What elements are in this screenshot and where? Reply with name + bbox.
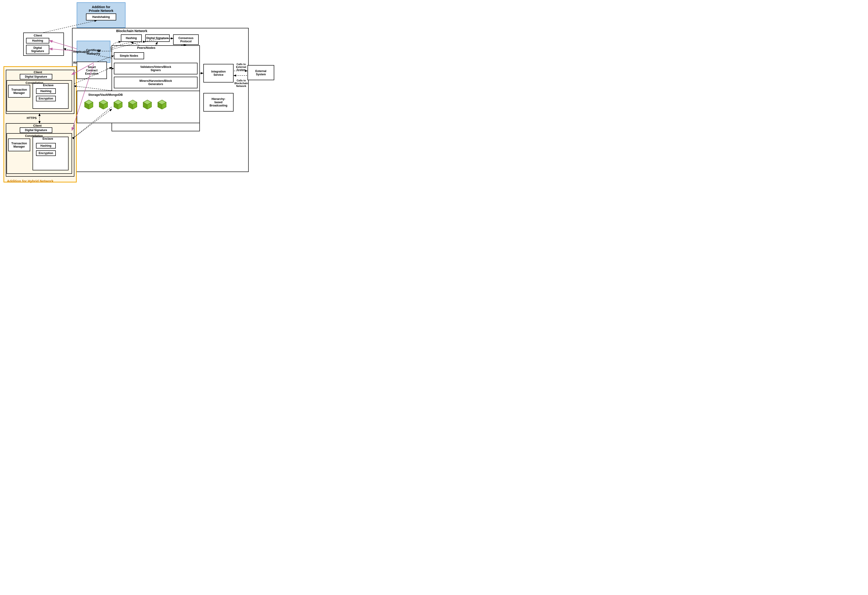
cube-icon-3 [113,99,123,109]
client-hybrid-top-digsig-label: Digital Signature [25,75,47,78]
client-top-label: Client [34,34,42,37]
hybrid-network-label: Addition for Hybrid Network [7,179,53,183]
bn-hashing-box: Hashing [121,34,142,42]
validators-box: Validators/Voters/Block Signers [114,63,198,74]
enclave-top-hashing-label: Hashing [40,90,52,93]
txmgr-bottom-box: Transaction Manager [8,139,30,151]
client-top-hashing-label: Hashing [32,39,43,42]
calls-blockchain-label: Calls to Blockchain Network [234,79,248,87]
enclave-top-encryption-label: Encryption [38,97,53,100]
integration-service-box: Integration Service [203,64,233,83]
bn-hashing-label: Hashing [126,37,137,40]
blockchain-network-label: Blockchain Network [116,29,147,33]
txmgr-bottom-label: Transaction Manager [11,142,27,148]
client-top-hashing-box: Hashing [26,38,49,43]
peers-nodes-label: Peers/Nodes [137,46,155,50]
smart-contract-label: Smart Contract Execution [85,65,98,75]
enclave-bottom-encryption-label: Encryption [38,152,53,155]
diagram-container: Addition for Private Network Handshaking… [0,0,279,190]
enclave-bottom-hashing-box: Hashing [36,143,56,149]
cube-icon-4 [128,99,138,109]
client-top-digsig-label: Digital Signature [31,46,44,53]
bn-consensus-label: Consensus Protocol [179,37,193,43]
external-system-label: External System [255,69,266,76]
validators-label: Validators/Voters/Block Signers [140,65,171,72]
enclave-bottom-encryption-box: Encryption [36,151,56,156]
cube-icon-6 [157,99,167,109]
cube-icon-1 [84,99,94,109]
enclave-bottom-label: Enclave [43,137,53,140]
enclave-bottom-hashing-label: Hashing [40,144,52,148]
handshaking-label: Handshaking [92,15,110,19]
bn-consensus-box: Consensus Protocol [173,34,199,45]
cube-icon-2 [98,99,109,109]
txmgr-top-box: Transaction Manager [8,85,30,97]
cube-icon-5 [142,99,153,109]
smart-contract-box: Smart Contract Execution [77,62,107,79]
client-hybrid-bottom-label: Client [33,124,41,127]
bn-digsig-box: Digital Signature [145,34,170,42]
enclave-top-hashing-box: Hashing [36,88,56,94]
client-hybrid-bottom-digsig-box: Digital Signature [20,127,52,133]
handshaking-box: Handshaking [86,13,116,21]
simple-nodes-label: Simple Nodes [120,54,138,58]
client-top-digsig-box: Digital Signature [26,45,49,54]
https-label: HTTPS [27,116,37,120]
hierarchy-box: Hierarchy- based Broadcasting [203,93,233,112]
simple-nodes-box: Simple Nodes [114,52,144,59]
miners-label: Miners/Harvesters/Block Generators [139,79,172,86]
integration-service-label: Integration Service [211,70,226,77]
hierarchy-label: Hierarchy- based Broadcasting [210,97,227,107]
storage-label: Storage/Vault/MongoDB [88,93,123,96]
cube-container [84,99,167,109]
bn-digsig-label: Digital Signature [146,37,168,40]
calls-external-label: Calls to External System [235,63,248,71]
miners-box: Miners/Harvesters/Block Generators [114,77,198,88]
external-system-box: External System [248,65,274,80]
client-hybrid-top-label: Client [34,71,42,74]
txmgr-top-label: Transaction Manager [11,88,27,94]
enclave-top-label: Enclave [43,84,53,87]
private-network-label: Addition for Private Network [78,4,124,13]
client-hybrid-top-digsig-box: Digital Signature [20,74,52,80]
replication-label: Replication [73,50,90,53]
client-hybrid-bottom-digsig-label: Digital Signature [25,128,47,132]
enclave-top-encryption-box: Encryption [36,96,56,101]
